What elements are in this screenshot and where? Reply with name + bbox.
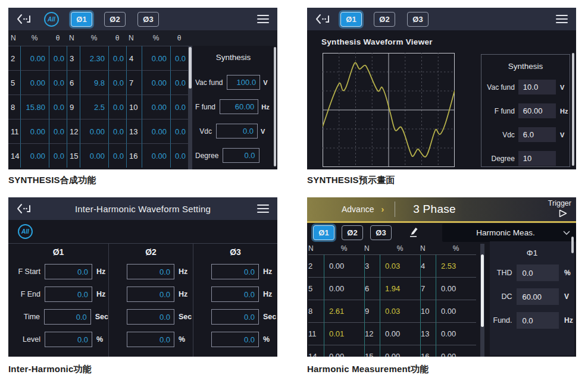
trigger-play-button[interactable] (558, 209, 568, 220)
cell[interactable]: 0.00 (20, 143, 49, 168)
cell[interactable]: 0.00 (80, 119, 108, 143)
side-scrollbar[interactable] (274, 47, 276, 166)
field-row: Vac fund 100.0 V (195, 75, 271, 90)
f-start-input[interactable]: 0.0 (127, 264, 174, 279)
tab-phase-3[interactable]: Ø3 (370, 225, 392, 240)
col-header: N (364, 244, 380, 253)
field-row: Time 0.0 Sec (8, 309, 108, 325)
cell[interactable]: 0.00 (142, 119, 170, 143)
all-phases-button[interactable]: All (18, 224, 33, 239)
cell[interactable]: 0.0 (170, 46, 188, 70)
col-header: N (420, 244, 436, 253)
tab-phase-2[interactable]: Ø2 (342, 225, 363, 240)
cell[interactable]: 15.80 (20, 95, 49, 119)
cell[interactable]: 0.0 (49, 46, 67, 70)
all-phases-button[interactable]: All (44, 12, 59, 27)
cell: 10 (420, 300, 436, 322)
field-label: Fund. (491, 316, 512, 325)
field-row: Degree 0.0 (195, 148, 271, 163)
cell[interactable]: 9.8 (80, 70, 108, 95)
cell[interactable]: 0.0 (108, 95, 126, 119)
cell[interactable]: 0.0 (170, 95, 188, 119)
cell[interactable]: 0.00 (20, 119, 49, 143)
time-input[interactable]: 0.0 (127, 309, 174, 325)
cell: 0.00 (324, 277, 364, 300)
edit-button[interactable] (407, 226, 420, 240)
cell[interactable]: 0.0 (49, 119, 67, 143)
col-header: % (380, 244, 420, 253)
back-button[interactable] (17, 14, 31, 24)
cell[interactable]: 0.0 (108, 119, 126, 143)
time-input[interactable]: 0.0 (44, 309, 91, 325)
tab-phase-3[interactable]: Ø3 (407, 12, 429, 27)
tab-phase-2[interactable]: Ø2 (104, 12, 126, 27)
scrollbar-thumb[interactable] (481, 254, 484, 327)
cell: 3 (364, 254, 380, 277)
degree-input[interactable]: 0.0 (223, 148, 259, 163)
f-start-input[interactable]: 0.0 (45, 264, 92, 279)
tab-phase-2[interactable]: Ø2 (374, 12, 395, 27)
cell[interactable]: 0.00 (142, 46, 170, 70)
f-fund-input[interactable]: 60.00 (518, 103, 556, 118)
menu-button[interactable] (257, 12, 269, 26)
tab-phase-1[interactable]: Ø1 (71, 12, 92, 27)
degree-input[interactable]: 10 (518, 151, 556, 166)
level-input[interactable]: 0.0 (127, 332, 174, 347)
vac-fund-input[interactable]: 10.0 (518, 80, 556, 95)
cell[interactable]: 0.0 (170, 143, 188, 168)
menu-button[interactable] (556, 12, 568, 26)
vdc-input[interactable]: 6.0 (518, 127, 556, 142)
side-scrollbar[interactable] (572, 53, 574, 166)
tab-phase-1[interactable]: Ø1 (313, 225, 334, 240)
cell[interactable]: 0.0 (49, 143, 67, 168)
cell: 0.00 (380, 322, 420, 345)
f-end-input[interactable]: 0.0 (45, 287, 92, 302)
f-fund-input[interactable]: 60.00 (220, 99, 258, 114)
level-input[interactable]: 0.0 (211, 332, 259, 347)
advance-button[interactable]: Advance (342, 204, 374, 214)
measurement-table-header: N % N % N % (308, 243, 480, 254)
caption-inter-harmonic: Inter-Harmonic功能 (8, 364, 92, 375)
measurement-mode-dropdown[interactable]: Harmonic Meas. (442, 224, 576, 242)
viewer-title: Synthesis Waveform Viewer (321, 37, 433, 46)
cell[interactable]: 0.0 (49, 70, 67, 95)
table-scrollbar[interactable] (188, 46, 192, 169)
cell[interactable]: 0.0 (170, 70, 188, 95)
cell[interactable]: 0.00 (20, 46, 49, 70)
cell[interactable]: 0.00 (80, 143, 108, 168)
f-start-input[interactable]: 0.0 (211, 264, 259, 279)
field-unit: Hz (261, 103, 271, 111)
vac-fund-input[interactable]: 100.0 (227, 75, 260, 90)
cell[interactable]: 0.0 (108, 143, 126, 168)
cell[interactable]: 0.00 (142, 70, 170, 95)
table-scrollbar[interactable] (480, 244, 484, 357)
tab-phase-3[interactable]: Ø3 (137, 12, 159, 27)
cell[interactable]: 0.0 (49, 95, 67, 119)
cell[interactable]: 2.30 (80, 46, 108, 70)
table-row: 110.01 120.00 130.00 (308, 322, 480, 345)
cell[interactable]: 2.5 (80, 95, 108, 119)
cell: 9 (364, 300, 380, 322)
back-button[interactable] (17, 203, 31, 214)
time-input[interactable]: 0.0 (211, 309, 259, 325)
menu-button[interactable] (257, 202, 269, 215)
field-unit: Hz (96, 290, 105, 298)
waveform-chart (323, 53, 455, 167)
tab-phase-1[interactable]: Ø1 (340, 12, 362, 27)
side-scrollbar[interactable] (571, 237, 574, 253)
scrollbar-thumb[interactable] (189, 47, 192, 89)
cell[interactable]: 0.00 (142, 95, 170, 119)
mode-label: 3 Phase (413, 203, 456, 216)
vdc-input[interactable]: 0.0 (216, 124, 258, 139)
cell[interactable]: 0.00 (20, 70, 49, 95)
level-input[interactable]: 0.0 (45, 332, 92, 347)
f-end-input[interactable]: 0.0 (127, 287, 174, 302)
cell[interactable]: 0.0 (170, 119, 188, 143)
cell: 0.00 (436, 345, 476, 357)
cell[interactable]: 0.00 (142, 143, 170, 168)
col-header: θ (49, 34, 67, 42)
back-button[interactable] (315, 14, 330, 24)
f-end-input[interactable]: 0.0 (211, 287, 259, 302)
cell[interactable]: 0.0 (108, 46, 126, 70)
cell[interactable]: 0.0 (108, 70, 126, 95)
